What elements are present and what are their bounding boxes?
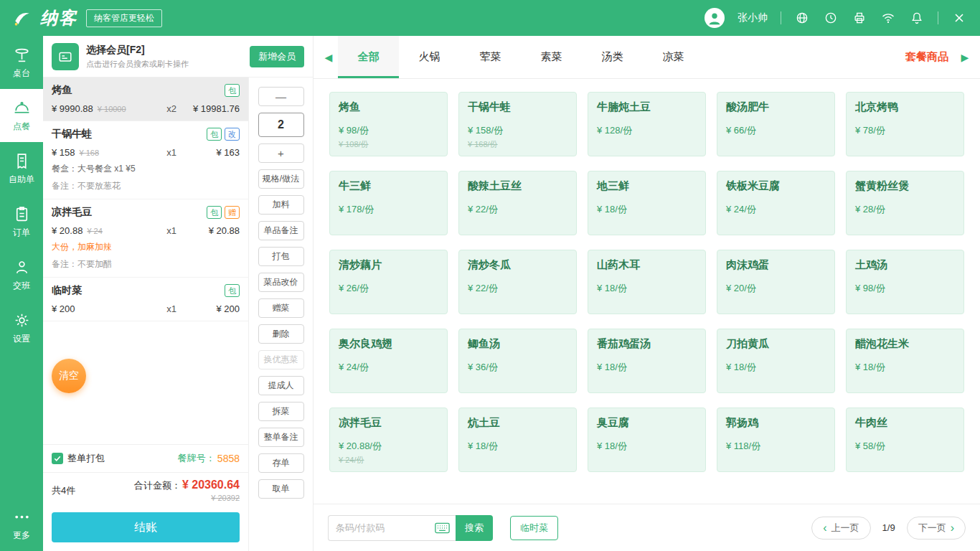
menu-item-card[interactable]: 鲫鱼汤 ¥ 36/份	[458, 329, 577, 393]
category-tab[interactable]: 汤类	[582, 36, 643, 78]
action-button[interactable]: 取单	[258, 479, 304, 499]
total-label: 合计金额：	[134, 479, 181, 492]
table-card-number[interactable]: 5858	[217, 453, 240, 464]
add-member-button[interactable]: 新增会员	[250, 46, 304, 67]
menu-item-card[interactable]: 凉拌毛豆 ¥ 20.88/份 ¥ 24/份	[329, 408, 448, 472]
menu-item-card[interactable]: 牛三鲜 ¥ 178/份	[329, 171, 448, 235]
sidebar: 桌台 点餐 自助单 订单 交班 设置 更多	[0, 36, 43, 551]
menu-item-card[interactable]: 牛肉丝 ¥ 58/份	[846, 408, 964, 472]
menu-item-card[interactable]: 清炒藕片 ¥ 26/份	[329, 250, 448, 314]
sidebar-item-more[interactable]: 更多	[0, 498, 43, 551]
sidebar-item-settings[interactable]: 设置	[0, 301, 43, 354]
menu-item-card[interactable]: 牛腩炖土豆 ¥ 128/份	[588, 92, 706, 156]
menu-item-card[interactable]: 蟹黄粉丝煲 ¥ 28/份	[846, 171, 964, 235]
menu-item-card[interactable]: 肉沫鸡蛋 ¥ 20/份	[717, 250, 835, 314]
next-page-button[interactable]: 下一页 ›	[907, 517, 966, 540]
menu-item-card[interactable]: 炕土豆 ¥ 18/份	[458, 408, 577, 472]
temp-dish-button[interactable]: 临时菜	[510, 516, 558, 540]
clear-order-button[interactable]: 清空	[52, 359, 86, 393]
action-button[interactable]: 删除	[258, 324, 304, 344]
order-item-note: 备注：不要加醋	[52, 258, 240, 270]
qty-minus-button[interactable]: —	[258, 87, 304, 106]
category-tab[interactable]: 全部	[338, 36, 399, 78]
action-button[interactable]: 加料	[258, 195, 304, 215]
checkout-button[interactable]: 结账	[52, 512, 240, 542]
sidebar-item-label: 点餐	[13, 121, 30, 133]
refresh-icon[interactable]	[823, 10, 839, 26]
menu-item-card[interactable]: 干锅牛蛙 ¥ 158/份 ¥ 168/份	[458, 92, 577, 156]
menu-item-name: 清炒冬瓜	[468, 258, 567, 272]
qty-value[interactable]: 2	[258, 113, 304, 137]
bell-icon[interactable]	[909, 10, 925, 26]
action-button[interactable]: 提成人	[258, 376, 304, 395]
menu-item-card[interactable]: 奥尔良鸡翅 ¥ 24/份	[329, 329, 448, 393]
action-button[interactable]: 规格/做法	[258, 169, 304, 189]
menu-item-card[interactable]: 北京烤鸭 ¥ 78/份	[846, 92, 964, 156]
menu-item-card[interactable]: 土鸡汤 ¥ 98/份	[846, 250, 964, 314]
menu-item-card[interactable]: 郭扬鸡 ¥ 118/份	[717, 408, 835, 472]
action-button[interactable]: 换优惠菜	[258, 350, 304, 369]
sidebar-item-orders[interactable]: 订单	[0, 195, 43, 248]
order-panel: 选择会员[F2] 点击进行会员搜索或刷卡操作 新增会员 烤鱼 包	[43, 36, 314, 551]
menu-item-card[interactable]: 山药木耳 ¥ 18/份	[588, 250, 706, 314]
category-tab[interactable]: 凉菜	[643, 36, 704, 78]
action-button[interactable]: 拆菜	[258, 402, 304, 421]
menu-item-card[interactable]: 铁板米豆腐 ¥ 24/份	[717, 171, 835, 235]
menu-item-name: 蟹黄粉丝煲	[855, 179, 955, 193]
sync-icon[interactable]	[794, 10, 810, 26]
order-item[interactable]: 烤鱼 包 ¥ 9990.88 ¥ 10000 x2 ¥ 19981.76	[43, 77, 248, 121]
sidebar-item-label: 更多	[13, 529, 30, 542]
scroll-right-icon[interactable]: ▶	[956, 52, 974, 63]
sidebar-item-tables[interactable]: 桌台	[0, 36, 43, 89]
sidebar-item-ordering[interactable]: 点餐	[0, 89, 43, 142]
action-button[interactable]: 整单备注	[258, 428, 304, 447]
menu-item-name: 土鸡汤	[855, 258, 955, 272]
category-tab[interactable]: 火锅	[399, 36, 460, 78]
total-amount: ¥ 20360.64	[182, 479, 240, 491]
sidebar-item-self-order[interactable]: 自助单	[0, 142, 43, 195]
pack-all-label[interactable]: 整单打包	[67, 452, 105, 465]
divider	[938, 11, 938, 24]
avatar[interactable]	[705, 8, 725, 28]
action-button[interactable]: 打包	[258, 247, 304, 266]
menu-item-card[interactable]: 刀拍黄瓜 ¥ 18/份	[717, 329, 835, 393]
menu-item-name: 干锅牛蛙	[468, 100, 567, 114]
order-item-original-price: ¥ 168	[80, 149, 100, 157]
close-icon[interactable]	[951, 10, 967, 26]
menu-item-card[interactable]: 番茄鸡蛋汤 ¥ 18/份	[588, 329, 706, 393]
menu-item-price: ¥ 28/份	[855, 203, 955, 216]
wifi-icon[interactable]	[880, 10, 896, 26]
combo-products-tab[interactable]: 套餐商品	[898, 50, 956, 64]
action-button[interactable]: 菜品改价	[258, 273, 304, 292]
prev-page-button[interactable]: ‹ 上一页	[811, 517, 870, 540]
category-tab[interactable]: 荤菜	[460, 36, 521, 78]
pack-all-checkbox[interactable]	[52, 453, 63, 464]
menu-item-name: 肉沫鸡蛋	[726, 258, 826, 272]
member-select-bar[interactable]: 选择会员[F2] 点击进行会员搜索或刷卡操作 新增会员	[43, 36, 313, 77]
search-button[interactable]: 搜索	[456, 515, 493, 541]
printer-icon[interactable]	[852, 10, 867, 26]
menu-item-card[interactable]: 清炒冬瓜 ¥ 22/份	[458, 250, 577, 314]
order-item[interactable]: 临时菜 包 ¥ 200 x1 ¥ 200	[43, 278, 248, 321]
action-button[interactable]: 单品备注	[258, 221, 304, 240]
order-item[interactable]: 凉拌毛豆 包 赠 ¥ 20.88 ¥ 24 x1 ¥ 20.88	[43, 199, 248, 278]
action-button[interactable]: 赠菜	[258, 298, 304, 318]
order-item[interactable]: 干锅牛蛙 包 改 ¥ 158 ¥ 168 x1 ¥ 163 餐	[43, 121, 248, 199]
menu-item-card[interactable]: 臭豆腐 ¥ 18/份	[588, 408, 706, 472]
menu-item-price: ¥ 178/份	[339, 203, 438, 216]
menu-item-card[interactable]: 烤鱼 ¥ 98/份 ¥ 108/份	[329, 92, 448, 156]
order-item-qty: x1	[166, 303, 176, 314]
scroll-left-icon[interactable]: ◀	[319, 52, 338, 63]
keyboard-icon[interactable]	[435, 522, 450, 534]
order-item-price: ¥ 20.88	[52, 225, 83, 236]
action-button[interactable]: 存单	[258, 453, 304, 473]
modifier-badge: 改	[225, 128, 240, 141]
menu-item-card[interactable]: 地三鲜 ¥ 18/份	[588, 171, 706, 235]
menu-item-card[interactable]: 酸汤肥牛 ¥ 66/份	[717, 92, 835, 156]
menu-item-card[interactable]: 醋泡花生米 ¥ 18/份	[846, 329, 964, 393]
category-tab[interactable]: 素菜	[521, 36, 582, 78]
qty-plus-button[interactable]: +	[258, 143, 304, 163]
menu-item-card[interactable]: 酸辣土豆丝 ¥ 22/份	[458, 171, 577, 235]
sidebar-item-shift[interactable]: 交班	[0, 248, 43, 301]
menu-item-name: 烤鱼	[339, 100, 438, 114]
